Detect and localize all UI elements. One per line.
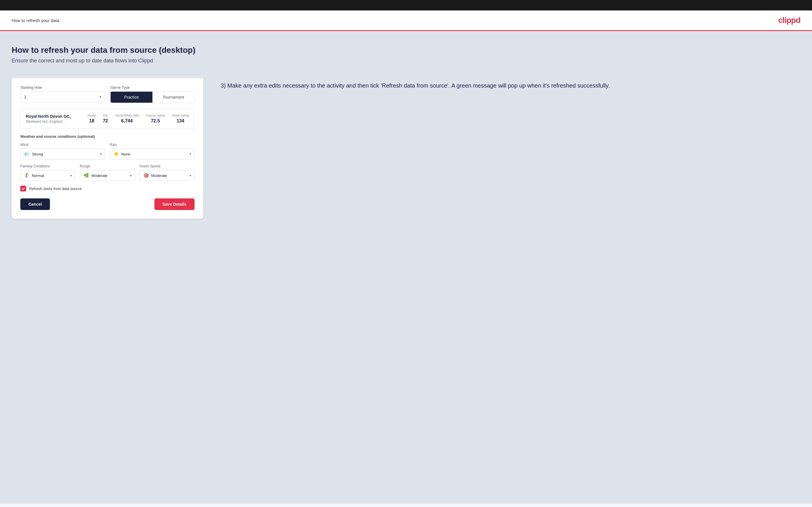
wind-rain-row: Wind 💨 Strong ▾ Rain ☀️ None ▾ [20, 143, 195, 160]
button-row: Cancel Save Details [20, 199, 195, 210]
course-rating-value: 72.5 [151, 118, 160, 123]
green-speed-icon: 🎯 [143, 173, 149, 178]
rough-icon: 🌿 [84, 173, 89, 178]
game-type-toggle: Practice Tournament [110, 91, 195, 103]
rough-chevron: ▾ [130, 174, 132, 177]
course-rating-stat: Course rating 72.5 [146, 114, 165, 123]
rain-chevron: ▾ [190, 152, 191, 156]
logo: clippd [778, 16, 800, 25]
rough-label: Rough [80, 164, 135, 168]
conditions-section-label: Weather and course conditions (optional) [20, 134, 195, 138]
fairway-chevron: ▾ [70, 174, 72, 177]
wind-icon: 💨 [24, 152, 30, 157]
header: How to refresh your data clippd [0, 10, 812, 31]
header-title: How to refresh your data [12, 18, 59, 23]
instruction-text: 3) Make any extra edits necessary to the… [221, 81, 800, 90]
par-value: 72 [103, 118, 108, 123]
rough-value: Moderate [92, 173, 130, 178]
content-area: How to refresh your data from source (de… [0, 31, 812, 503]
wind-chevron: ▾ [100, 152, 102, 156]
par-stat: Par 72 [103, 114, 108, 123]
holes-label: Holes [88, 114, 96, 117]
fairway-group: Fairway Conditions 🏌 Normal ▾ [20, 164, 75, 181]
par-label: Par [103, 114, 108, 117]
rain-select[interactable]: ☀️ None ▾ [110, 149, 195, 160]
course-info-box: Royal North Devon GC, Westward Ho!, Engl… [20, 109, 195, 128]
wind-value: Strong [32, 152, 100, 156]
green-speed-value: Moderate [151, 173, 190, 178]
course-stats: Holes 18 Par 72 Yards/White (M)) 6,744 C… [88, 114, 189, 123]
holes-stat: Holes 18 [88, 114, 96, 123]
yards-value: 6,744 [121, 118, 133, 123]
footer: Copyright Clippd 2022 [0, 503, 812, 507]
slope-rating-stat: Slope rating 134 [172, 114, 189, 123]
course-name-block: Royal North Devon GC, Westward Ho!, Engl… [26, 114, 82, 123]
game-type-group: Game Type Practice Tournament [110, 85, 195, 103]
rough-group: Rough 🌿 Moderate ▾ [80, 164, 135, 181]
fairway-select[interactable]: 🏌 Normal ▾ [20, 170, 75, 181]
cancel-button[interactable]: Cancel [20, 199, 50, 210]
course-location: Westward Ho!, England [26, 119, 82, 123]
rain-value: None [121, 152, 190, 156]
main-layout: Starting Hole 1 ▾ Game Type Practice Tou… [12, 75, 800, 219]
starting-hole-select[interactable]: 1 [20, 92, 104, 102]
fairway-rough-green-row: Fairway Conditions 🏌 Normal ▾ Rough 🌿 Mo… [20, 164, 195, 181]
practice-button[interactable]: Practice [111, 92, 152, 103]
slope-rating-value: 134 [176, 118, 184, 123]
refresh-row: Refresh shots from data source [20, 186, 195, 191]
course-name: Royal North Devon GC, [26, 114, 82, 119]
holes-value: 18 [89, 118, 94, 123]
rain-icon: ☀️ [113, 152, 119, 157]
checkmark-icon [21, 187, 25, 190]
fairway-value: Normal [32, 173, 70, 178]
wind-group: Wind 💨 Strong ▾ [20, 143, 105, 160]
starting-hole-select-wrapper[interactable]: 1 ▾ [20, 91, 104, 102]
green-speed-chevron: ▾ [190, 174, 191, 177]
starting-hole-label: Starting Hole [20, 85, 104, 90]
slope-rating-label: Slope rating [172, 114, 189, 117]
course-rating-label: Course rating [146, 114, 165, 117]
rough-select[interactable]: 🌿 Moderate ▾ [80, 170, 135, 181]
form-panel: Starting Hole 1 ▾ Game Type Practice Tou… [12, 75, 203, 219]
starting-hole-row: Starting Hole 1 ▾ Game Type Practice Tou… [20, 85, 195, 103]
fairway-icon: 🏌 [24, 173, 30, 178]
refresh-checkbox[interactable] [20, 186, 26, 191]
tournament-button[interactable]: Tournament [152, 92, 194, 103]
green-speed-group: Green Speed 🎯 Moderate ▾ [140, 164, 195, 181]
yards-stat: Yards/White (M)) 6,744 [115, 114, 139, 123]
green-speed-select[interactable]: 🎯 Moderate ▾ [140, 170, 195, 181]
rain-label: Rain [110, 143, 195, 147]
wind-select[interactable]: 💨 Strong ▾ [20, 149, 105, 160]
fairway-label: Fairway Conditions [20, 164, 75, 168]
top-bar [0, 0, 812, 10]
green-speed-label: Green Speed [140, 164, 195, 168]
wind-label: Wind [20, 143, 105, 147]
yards-label: Yards/White (M)) [115, 114, 139, 117]
instruction-block: 3) Make any extra edits necessary to the… [221, 75, 800, 90]
save-button[interactable]: Save Details [154, 199, 195, 210]
panel-top-strip [12, 75, 203, 78]
page-subtitle: Ensure the correct and most up to date d… [12, 58, 800, 64]
starting-hole-group: Starting Hole 1 ▾ [20, 85, 104, 103]
rain-group: Rain ☀️ None ▾ [110, 143, 195, 160]
refresh-label: Refresh shots from data source [29, 186, 82, 191]
game-type-label: Game Type [110, 85, 195, 90]
page-title: How to refresh your data from source (de… [12, 46, 800, 55]
